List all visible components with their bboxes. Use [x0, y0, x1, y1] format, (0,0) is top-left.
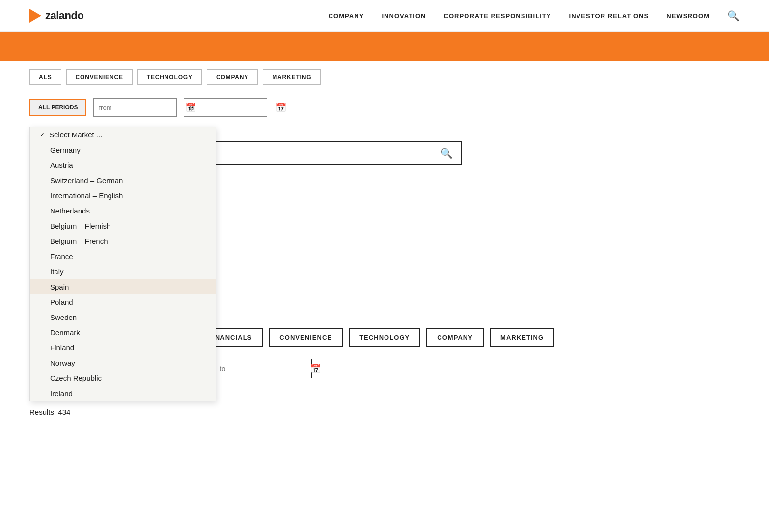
orange-hero-bar [0, 32, 769, 61]
dropdown-item-poland[interactable]: Poland [30, 294, 216, 310]
dropdown-item-sweden[interactable]: Sweden [30, 310, 216, 325]
dropdown-item-international[interactable]: International – English [30, 188, 216, 203]
bg-period-row: ALL PERIODS 📅 📅 [0, 93, 769, 122]
check-icon: ✓ [40, 131, 45, 138]
dropdown-item-denmark[interactable]: Denmark [30, 325, 216, 340]
dropdown-item-ireland[interactable]: Ireland [30, 386, 216, 401]
dropdown-item-finland[interactable]: Finland [30, 340, 216, 355]
dropdown-item-belgium-fl[interactable]: Belgium – Flemish [30, 218, 216, 234]
dropdown-item-spain[interactable]: Spain [30, 279, 216, 294]
dropdown-item-italy[interactable]: Italy [30, 264, 216, 279]
bg-filter-technology[interactable]: TECHNOLOGY [137, 69, 202, 85]
nav-newsroom[interactable]: NEWSROOM [666, 12, 710, 20]
nav-corporate[interactable]: CORPORATE RESPONSIBILITY [444, 12, 551, 20]
to-date-input[interactable] [220, 365, 306, 372]
nav-company[interactable]: COMPANY [329, 12, 364, 20]
dropdown-item-france[interactable]: France [30, 249, 216, 264]
search-submit-icon[interactable]: 🔍 [440, 147, 453, 159]
zalando-logo-triangle [29, 9, 41, 23]
results-text: Results: 434 [0, 408, 769, 416]
nav-investor[interactable]: INVESTOR RELATIONS [569, 12, 649, 20]
logo-text: zalando [45, 9, 83, 22]
dropdown-item-belgium-fr[interactable]: Belgium – French [30, 234, 216, 249]
filter-convenience[interactable]: CONVENIENCE [269, 328, 343, 347]
bg-filter-convenience[interactable]: CONVENIENCE [66, 69, 133, 85]
filter-company[interactable]: COMPANY [426, 328, 484, 347]
bg-to-input[interactable] [189, 104, 272, 111]
bg-from-input[interactable] [99, 104, 181, 111]
nav-innovation[interactable]: INNOVATION [382, 12, 426, 20]
search-section: ✓ Select Market ... Germany Austria Swit… [0, 122, 769, 279]
dropdown-item-austria[interactable]: Austria [30, 158, 216, 173]
search-input[interactable] [195, 149, 440, 158]
to-calendar-icon[interactable]: 📅 [310, 363, 321, 374]
search-box[interactable]: 🔍 [187, 141, 462, 165]
dropdown-item-switzerland[interactable]: Switzerland – German [30, 173, 216, 188]
filter-marketing[interactable]: MARKETING [490, 328, 554, 347]
search-icon[interactable]: 🔍 [727, 10, 740, 22]
bg-from-date[interactable]: 📅 [93, 98, 177, 117]
bg-to-date[interactable]: 📅 [184, 98, 267, 117]
bg-filter-als[interactable]: ALS [29, 69, 61, 85]
to-date-wrap[interactable]: 📅 [214, 359, 312, 378]
dropdown-item-norway[interactable]: Norway [30, 355, 216, 371]
main-nav: COMPANY INNOVATION CORPORATE RESPONSIBIL… [329, 10, 740, 22]
logo-area[interactable]: zalando [29, 9, 83, 23]
dropdown-item-germany[interactable]: Germany [30, 142, 216, 158]
dropdown-item-netherlands[interactable]: Netherlands [30, 203, 216, 218]
header: zalando COMPANY INNOVATION CORPORATE RES… [0, 0, 769, 32]
bg-filter-row: ALS CONVENIENCE TECHNOLOGY COMPANY MARKE… [0, 61, 769, 93]
market-dropdown[interactable]: ✓ Select Market ... Germany Austria Swit… [29, 127, 216, 401]
search-input-area: 🔍 [187, 141, 740, 165]
bg-to-calendar-icon[interactable]: 📅 [275, 102, 286, 113]
bg-period-button[interactable]: ALL PERIODS [29, 99, 86, 116]
dropdown-item-czech[interactable]: Czech Republic [30, 371, 216, 386]
dropdown-item-select[interactable]: ✓ Select Market ... [30, 127, 216, 142]
bg-filter-company[interactable]: COMPANY [207, 69, 258, 85]
bg-filter-marketing[interactable]: MARKETING [263, 69, 321, 85]
filter-technology[interactable]: TECHNOLOGY [349, 328, 420, 347]
